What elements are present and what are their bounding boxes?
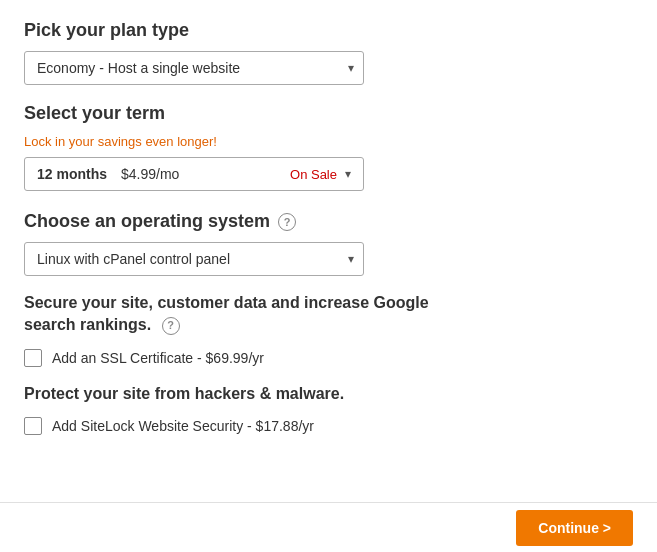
os-section-title: Choose an operating system — [24, 211, 270, 232]
sitelock-section-heading: Protect your site from hackers & malware… — [24, 383, 633, 405]
term-chevron-icon: ▾ — [345, 167, 351, 181]
sitelock-checkbox[interactable] — [24, 417, 42, 435]
sitelock-checkbox-label: Add SiteLock Website Security - $17.88/y… — [52, 418, 314, 434]
plan-section-title: Pick your plan type — [24, 20, 633, 41]
ssl-checkbox[interactable] — [24, 349, 42, 367]
plan-dropdown-wrapper[interactable]: Economy - Host a single website ▾ — [24, 51, 364, 85]
sitelock-checkbox-row: Add SiteLock Website Security - $17.88/y… — [24, 417, 633, 435]
ssl-section-heading: Secure your site, customer data and incr… — [24, 292, 633, 337]
savings-label: Lock in your savings even longer! — [24, 134, 633, 149]
term-section-title: Select your term — [24, 103, 633, 124]
continue-button[interactable]: Continue > — [516, 510, 633, 546]
plan-dropdown[interactable]: Economy - Host a single website — [24, 51, 364, 85]
term-dropdown[interactable]: 12 months $4.99/mo On Sale ▾ — [24, 157, 364, 191]
ssl-help-icon[interactable]: ? — [162, 317, 180, 335]
os-help-icon[interactable]: ? — [278, 213, 296, 231]
os-dropdown-wrapper[interactable]: Linux with cPanel control panel ▾ — [24, 242, 364, 276]
bottom-bar: Continue > — [0, 502, 657, 552]
os-section-header: Choose an operating system ? — [24, 211, 633, 232]
term-price: $4.99/mo — [121, 166, 290, 182]
ssl-checkbox-row: Add an SSL Certificate - $69.99/yr — [24, 349, 633, 367]
os-dropdown[interactable]: Linux with cPanel control panel — [24, 242, 364, 276]
ssl-checkbox-label: Add an SSL Certificate - $69.99/yr — [52, 350, 264, 366]
term-sale-badge: On Sale — [290, 167, 337, 182]
term-months: 12 months — [37, 166, 107, 182]
